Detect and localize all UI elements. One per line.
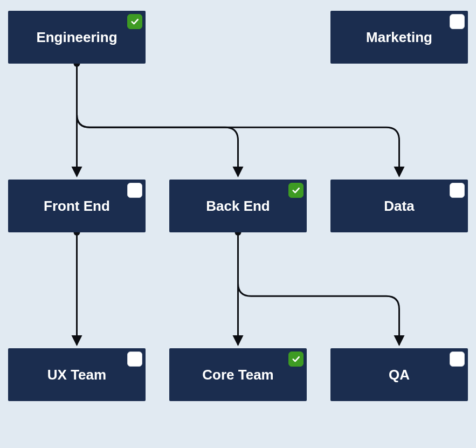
node-coreteam[interactable]: Core Team (169, 348, 307, 401)
checkbox-uxteam[interactable] (127, 351, 142, 367)
node-backend[interactable]: Back End (169, 180, 307, 232)
node-label: Back End (206, 198, 270, 215)
node-label: Marketing (366, 29, 432, 46)
node-data[interactable]: Data (330, 180, 468, 232)
edge-backend-to-qa (238, 232, 399, 345)
node-frontend[interactable]: Front End (8, 180, 146, 232)
checkbox-frontend[interactable] (127, 183, 142, 198)
check-icon (130, 17, 140, 26)
check-icon (291, 354, 301, 364)
edge-engineering-to-backend (77, 64, 238, 176)
node-engineering[interactable]: Engineering (8, 11, 146, 64)
node-label: QA (389, 367, 410, 383)
checkbox-marketing[interactable] (450, 14, 465, 29)
node-label: UX Team (47, 367, 106, 383)
diagram-canvas: EngineeringMarketingFront EndBack EndDat… (0, 0, 476, 448)
edge-engineering-to-data (77, 64, 399, 176)
checkbox-qa[interactable] (450, 351, 465, 367)
node-label: Engineering (36, 29, 117, 46)
check-icon (291, 185, 301, 195)
node-label: Core Team (202, 367, 273, 383)
node-uxteam[interactable]: UX Team (8, 348, 146, 401)
node-label: Data (384, 198, 414, 215)
node-qa[interactable]: QA (330, 348, 468, 401)
checkbox-backend[interactable] (288, 183, 303, 198)
checkbox-data[interactable] (450, 183, 465, 198)
checkbox-engineering[interactable] (127, 14, 142, 29)
node-label: Front End (44, 198, 110, 215)
checkbox-coreteam[interactable] (288, 351, 303, 367)
node-marketing[interactable]: Marketing (330, 11, 468, 64)
